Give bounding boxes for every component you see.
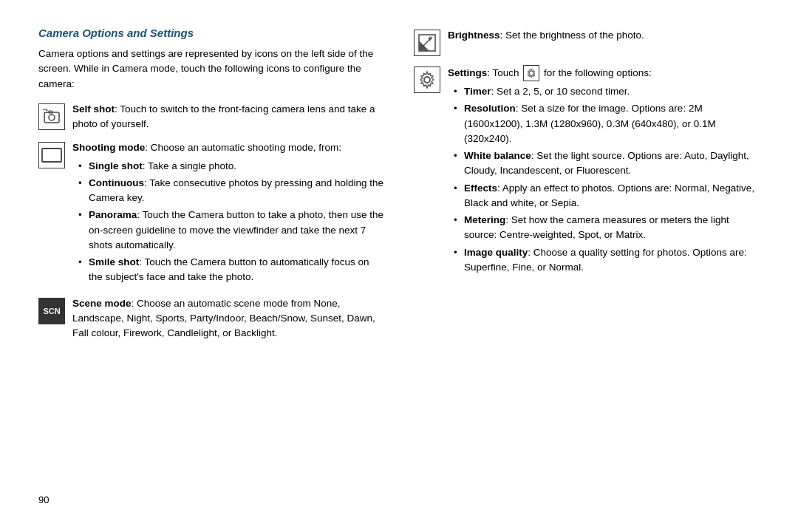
left-column: Camera Options and Settings Camera optio…	[38, 27, 384, 482]
bullet-whitebalance: White balance: Set the light source. Opt…	[454, 149, 760, 179]
page: Camera Options and Settings Camera optio…	[0, 0, 798, 532]
bullet-continuous: Continuous: Take consecutive photos by p…	[78, 176, 384, 206]
settings-inline-svg	[526, 68, 536, 78]
brightness-icon: +	[414, 30, 440, 56]
bullet-panorama: Panorama: Touch the Camera button to tak…	[78, 208, 384, 253]
scenemode-text: Scene mode: Choose an automatic scene mo…	[72, 296, 384, 341]
brightness-row: + Brightness: Set the brightness of the …	[414, 28, 760, 56]
selfshot-desc: Touch to switch to the front-facing came…	[72, 103, 375, 129]
two-column-layout: Camera Options and Settings Camera optio…	[38, 27, 760, 482]
svg-point-10	[529, 71, 533, 75]
scenemode-row: SCN Scene mode: Choose an automatic scen…	[38, 296, 384, 341]
selfshot-icon	[38, 103, 65, 130]
section-title: Camera Options and Settings	[38, 27, 384, 39]
scenemode-icon: SCN	[38, 298, 65, 324]
selfshot-row: Self shot: Touch to switch to the front-…	[38, 102, 384, 132]
page-number: 90	[38, 494, 760, 505]
right-column: + Brightness: Set the brightness of the …	[414, 27, 760, 482]
brightness-svg: +	[417, 33, 437, 52]
shootingmode-row: Shooting mode: Choose an automatic shoot…	[38, 140, 384, 287]
shootingmode-svg	[41, 148, 62, 163]
shootingmode-text: Shooting mode: Choose an automatic shoot…	[72, 140, 384, 287]
selfshot-text: Self shot: Touch to switch to the front-…	[72, 102, 384, 132]
intro-text: Camera options and settings are represen…	[38, 47, 384, 92]
settings-icon	[414, 66, 440, 93]
bullet-resolution: Resolution: Set a size for the image. Op…	[454, 101, 760, 146]
svg-rect-4	[42, 149, 61, 162]
bullet-effects: Effects: Apply an effect to photos. Opti…	[454, 181, 760, 211]
settings-row: Settings: Touch for the following option…	[414, 65, 760, 277]
shootingmode-icon	[38, 142, 65, 168]
svg-point-9	[424, 77, 430, 83]
settings-term: Settings	[448, 67, 487, 78]
settings-text: Settings: Touch for the following option…	[448, 65, 760, 277]
bullet-imagequality: Image quality: Choose a quality setting …	[454, 245, 760, 276]
settings-bullets: Timer: Set a 2, 5, or 10 second timer. R…	[448, 84, 760, 275]
settings-svg	[417, 70, 437, 89]
settings-inline-icon	[523, 65, 539, 81]
brightness-term: Brightness	[448, 30, 500, 41]
scn-label: SCN	[43, 307, 60, 316]
selfshot-term: Self shot	[72, 103, 115, 115]
shootingmode-term: Shooting mode	[72, 142, 145, 153]
brightness-text: Brightness: Set the brightness of the ph…	[448, 28, 760, 43]
shootingmode-bullets: Single shot: Take a single photo. Contin…	[72, 159, 384, 285]
selfshot-svg	[42, 109, 61, 125]
bullet-timer: Timer: Set a 2, 5, or 10 second timer.	[454, 84, 760, 99]
svg-point-1	[49, 115, 55, 120]
bullet-smileshot: Smile shot: Touch the Camera button to a…	[78, 255, 384, 285]
bullet-singleshot: Single shot: Take a single photo.	[78, 159, 384, 174]
svg-marker-3	[47, 109, 48, 112]
svg-rect-0	[44, 112, 59, 123]
scenemode-term: Scene mode	[72, 298, 132, 309]
bullet-metering: Metering: Set how the camera measures or…	[454, 213, 760, 243]
